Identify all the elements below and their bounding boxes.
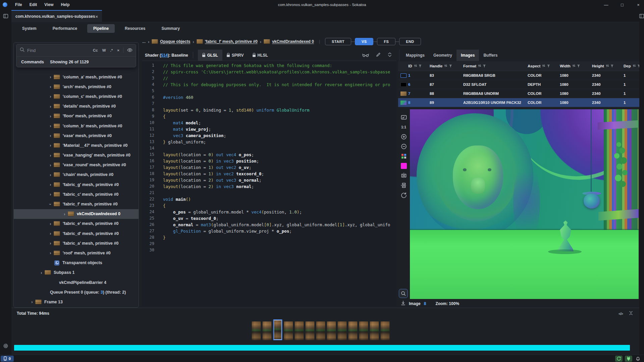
chevron-right-icon[interactable]: › — [48, 143, 53, 148]
tab-summary[interactable]: Summary — [155, 24, 186, 33]
chevron-right-icon[interactable]: › — [62, 212, 67, 217]
queue-link[interactable]: 3 — [101, 290, 103, 295]
frame-thumbnail[interactable] — [316, 321, 325, 340]
tree-item[interactable]: ›Frame 13 — [14, 297, 139, 307]
frame-thumbnail[interactable] — [327, 321, 336, 340]
minimize-button[interactable]: — — [603, 2, 609, 7]
document-tab-close-icon[interactable]: × — [95, 14, 98, 19]
tree-item[interactable]: ›vkCmdDrawIndexed 0 — [14, 209, 139, 219]
inspector-tab-buffers[interactable]: Buffers — [479, 50, 502, 61]
eye-icon[interactable] — [127, 47, 132, 53]
glasses-icon[interactable] — [362, 52, 369, 58]
stage-button-vs[interactable]: VS — [355, 38, 373, 45]
sort-icon[interactable] — [542, 64, 545, 68]
tree-item[interactable]: ›'chain' mesh, primitive #0 — [14, 170, 139, 180]
column-header-id[interactable]: ID — [408, 64, 430, 68]
chevron-right-icon[interactable]: › — [48, 153, 53, 158]
chevron-right-icon[interactable]: › — [48, 163, 53, 168]
code-view-icon[interactable]: </> — [619, 312, 623, 316]
image-id-link[interactable]: 1 — [408, 73, 430, 77]
chevron-right-icon[interactable]: › — [48, 114, 53, 119]
chevron-right-icon[interactable]: › — [48, 123, 53, 128]
tree-item[interactable]: ›'column_b' mesh, primitive #0 — [14, 121, 139, 131]
tree-item[interactable]: ›'fabric_e' mesh, primitive #0 — [14, 219, 139, 229]
sync-status-icon[interactable] — [615, 356, 623, 362]
shader-code-editor[interactable]: 1// This file was generated from Sokatoa… — [142, 61, 396, 306]
close-button[interactable]: × — [635, 2, 641, 7]
chevron-right-icon[interactable]: › — [48, 221, 53, 226]
menu-view[interactable]: View — [41, 1, 56, 8]
zoom-in-icon[interactable] — [400, 133, 408, 140]
column-header-dep[interactable]: Dep — [624, 64, 639, 68]
frame-thumbnail[interactable] — [284, 321, 293, 340]
chevron-right-icon[interactable]: › — [39, 270, 44, 275]
frame-thumbnail[interactable] — [348, 321, 358, 340]
image-number-link[interactable]: 8 — [424, 301, 426, 306]
one-to-one[interactable]: 1:1 — [400, 124, 408, 130]
tree-item[interactable]: Queue Present 0 (queue: 3) (thread: 2) — [14, 287, 139, 297]
shader-id-link[interactable]: 514 — [161, 53, 168, 58]
settings-gear-icon[interactable] — [3, 343, 8, 350]
sort-icon[interactable] — [572, 64, 576, 68]
stage-button-fs[interactable]: FS — [377, 38, 395, 45]
filter-funnel-icon[interactable] — [611, 65, 613, 67]
tree-item[interactable]: ›'arch' mesh, primitive #0 — [14, 82, 139, 92]
column-header-handle[interactable]: Handle — [430, 64, 463, 68]
tree-item[interactable]: ›'floor' mesh, primitive #0 — [14, 111, 139, 121]
timeline-progress-bar[interactable] — [14, 345, 630, 351]
device-count-badge[interactable]: 0 — [1, 356, 14, 362]
power-status-icon[interactable] — [625, 356, 632, 362]
flip-horizontal-icon[interactable] — [400, 172, 408, 179]
background-swatch[interactable] — [400, 163, 408, 169]
right-panel-toggle-icon[interactable] — [639, 13, 644, 20]
tree-item[interactable]: ›'roof' mesh, primitive #0 — [14, 248, 139, 258]
filter-funnel-icon[interactable] — [577, 65, 580, 67]
frame-thumbnail[interactable] — [370, 321, 379, 340]
table-row[interactable]: 687D32 SFLOATDEPTH108023401 — [398, 80, 639, 89]
menu-edit[interactable]: Edit — [26, 1, 40, 8]
frame-thumbnail[interactable] — [263, 321, 272, 340]
inspector-tab-mappings[interactable]: Mappings — [401, 50, 429, 61]
menu-file[interactable]: File — [12, 1, 25, 8]
search-option[interactable]: × — [117, 48, 119, 52]
tree-item[interactable]: vkCmdPipelineBarrier 4 — [14, 278, 139, 287]
image-id-link[interactable]: 7 — [408, 92, 430, 96]
table-row[interactable]: 788R8G8B8A8 UNORMCOLOR108023401 — [398, 89, 639, 98]
zoom-out-icon[interactable] — [400, 143, 408, 149]
column-header-format[interactable]: Format — [463, 64, 528, 68]
breadcrumb-item[interactable]: vkCmdDrawIndexed 0 — [264, 39, 314, 44]
rotate-icon[interactable] — [400, 192, 408, 198]
frame-thumbnail[interactable] — [295, 321, 304, 340]
search-input[interactable]: Find — [27, 48, 90, 53]
inspector-tab-geometry[interactable]: Geometry — [429, 50, 457, 61]
collapse-panel-icon[interactable] — [629, 311, 633, 317]
frame-thumbnail[interactable] — [306, 321, 315, 340]
chevron-right-icon[interactable]: › — [30, 299, 35, 304]
frame-thumbnail[interactable] — [381, 321, 390, 340]
chevron-right-icon[interactable]: › — [48, 192, 53, 197]
breadcrumb-item[interactable]: Opaque objects — [152, 39, 190, 44]
expand-collapse-icon[interactable] — [388, 52, 392, 58]
sort-icon[interactable] — [633, 64, 636, 68]
search-option[interactable]: Cc — [93, 48, 98, 52]
sort-icon[interactable] — [414, 64, 417, 68]
sort-icon[interactable] — [444, 64, 447, 68]
column-header-height[interactable]: Height — [592, 64, 624, 68]
image-id-link[interactable]: 6 — [408, 82, 430, 86]
image-id-link[interactable]: 8 — [408, 101, 430, 105]
tree-item[interactable]: ›'details' mesh, primitive #0 — [14, 102, 139, 111]
tree-item[interactable]: Transparent objects — [14, 258, 139, 268]
breadcrumb-item[interactable]: 'fabric_f' mesh, primitive #0 — [197, 39, 258, 44]
chevron-right-icon[interactable]: › — [48, 172, 53, 177]
document-tab[interactable]: com.khronos.vulkan_samples-subpasses × — [11, 10, 102, 22]
tab-pipeline[interactable]: Pipeline — [87, 24, 115, 33]
notifications-bell-icon[interactable] — [635, 356, 641, 362]
table-row[interactable]: 183R8G8B8A8 SRGBCOLOR108023401 — [398, 71, 639, 80]
filter-funnel-icon[interactable] — [483, 65, 486, 67]
shader-tab-spirv[interactable]: SPIRV — [222, 50, 248, 61]
sort-icon[interactable] — [478, 64, 481, 68]
search-option[interactable]: .* — [110, 48, 113, 52]
tree-item[interactable]: ›'vase_round' mesh, primitive #0 — [14, 160, 139, 170]
tab-resources[interactable]: Resources — [119, 24, 151, 33]
tree-item[interactable]: ›'vase' mesh, primitive #0 — [14, 131, 139, 140]
